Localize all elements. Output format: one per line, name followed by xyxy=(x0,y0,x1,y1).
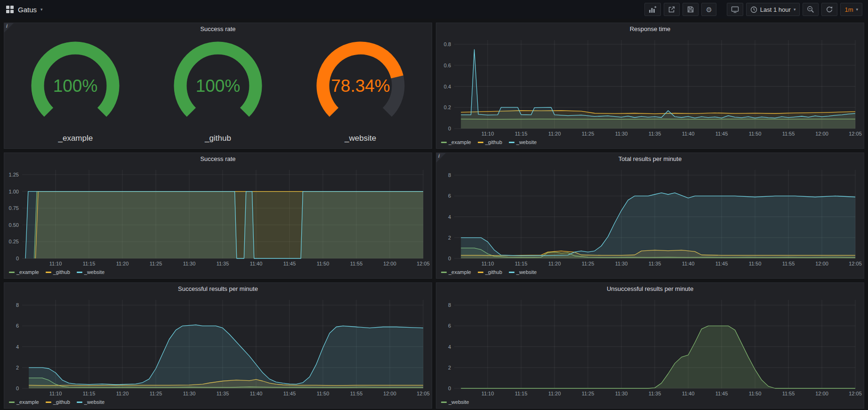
svg-text:11:40: 11:40 xyxy=(682,131,695,137)
svg-text:11:55: 11:55 xyxy=(350,391,363,396)
panel-title[interactable]: Unsuccessful results per minute xyxy=(436,283,864,295)
svg-text:12:05: 12:05 xyxy=(417,261,430,266)
legend-item-website[interactable]: _website xyxy=(509,139,537,145)
svg-text:11:45: 11:45 xyxy=(715,391,728,396)
chart-canvas[interactable]: 11:1011:1511:2011:2511:3011:3511:4011:45… xyxy=(436,295,864,398)
svg-text:11:55: 11:55 xyxy=(782,261,795,266)
legend-swatch xyxy=(478,142,483,143)
dashboard-grid-icon[interactable] xyxy=(6,5,14,14)
legend-item-example[interactable]: _example xyxy=(441,269,471,275)
panel-info-icon[interactable]: i xyxy=(4,23,14,32)
svg-text:11:35: 11:35 xyxy=(649,131,661,137)
add-panel-button[interactable] xyxy=(644,3,661,16)
legend-item-example[interactable]: _example xyxy=(9,399,39,405)
chevron-down-icon: ▾ xyxy=(40,7,43,12)
unsuccessful-results-chart[interactable]: 11:1011:1511:2011:2511:3011:3511:4011:45… xyxy=(436,295,864,398)
legend-swatch xyxy=(46,272,51,273)
legend-item-example[interactable]: _example xyxy=(441,139,471,145)
legend-item-github[interactable]: _github xyxy=(46,399,70,405)
chart-canvas[interactable]: 11:1011:1511:2011:2511:3011:3511:4011:45… xyxy=(4,295,432,398)
legend-swatch xyxy=(9,272,15,273)
chart-canvas[interactable]: 11:1011:1511:2011:2511:3011:3511:4011:45… xyxy=(436,35,864,138)
svg-text:2: 2 xyxy=(448,365,451,370)
svg-text:11:45: 11:45 xyxy=(283,391,296,396)
svg-text:11:20: 11:20 xyxy=(116,391,129,396)
svg-text:0.6: 0.6 xyxy=(444,63,451,68)
refresh-interval-picker[interactable]: 1m ▾ xyxy=(840,3,862,16)
panel-title[interactable]: Total results per minute xyxy=(436,153,864,165)
legend-swatch xyxy=(77,272,82,273)
svg-text:2: 2 xyxy=(16,365,19,370)
svg-text:11:35: 11:35 xyxy=(217,261,229,266)
svg-text:6: 6 xyxy=(448,323,451,329)
svg-text:12:00: 12:00 xyxy=(815,261,828,266)
svg-text:11:45: 11:45 xyxy=(283,261,296,266)
svg-text:11:10: 11:10 xyxy=(482,391,494,396)
dashboard-title[interactable]: Gatus xyxy=(18,6,37,14)
svg-text:0: 0 xyxy=(448,386,451,391)
svg-text:8: 8 xyxy=(448,172,451,178)
total-results-chart[interactable]: 11:1011:1511:2011:2511:3011:3511:4011:45… xyxy=(436,165,864,268)
legend-item-website[interactable]: _website xyxy=(77,269,104,275)
chart-legend: _example_github_website xyxy=(4,398,432,408)
legend-item-website[interactable]: _website xyxy=(509,269,537,275)
chart-legend: _example_github_website xyxy=(436,138,864,148)
legend-item-github[interactable]: _github xyxy=(478,139,502,145)
chevron-down-icon: ▾ xyxy=(794,7,796,12)
svg-text:0: 0 xyxy=(16,386,19,391)
panel-response-time: Response time 11:1011:1511:2011:2511:301… xyxy=(436,23,864,149)
time-range-label: Last 1 hour xyxy=(760,6,791,13)
share-dashboard-button[interactable] xyxy=(664,3,680,16)
success-rate-chart[interactable]: 11:1011:1511:2011:2511:3011:3511:4011:45… xyxy=(4,165,432,268)
zoom-out-icon xyxy=(807,6,814,13)
svg-text:11:10: 11:10 xyxy=(482,261,494,266)
svg-text:4: 4 xyxy=(448,214,451,220)
legend-item-example[interactable]: _example xyxy=(9,269,39,275)
svg-text:11:35: 11:35 xyxy=(649,261,661,266)
panel-total-results: i Total results per minute 11:1011:1511:… xyxy=(436,153,864,279)
navbar: Gatus ▾ ⚙ xyxy=(0,0,868,19)
legend-item-github[interactable]: _github xyxy=(478,269,502,275)
panel-success-rate-timeseries: Success rate 11:1011:1511:2011:2511:3011… xyxy=(4,153,432,279)
time-range-picker[interactable]: Last 1 hour ▾ xyxy=(746,3,800,16)
svg-text:11:10: 11:10 xyxy=(49,261,62,266)
monitor-icon xyxy=(731,6,739,13)
refresh-button[interactable] xyxy=(821,3,837,16)
cycle-view-mode-button[interactable] xyxy=(727,3,743,16)
svg-text:12:05: 12:05 xyxy=(849,391,862,396)
add-panel-icon xyxy=(649,6,657,13)
legend-item-website[interactable]: _website xyxy=(441,399,469,405)
svg-text:11:15: 11:15 xyxy=(83,391,96,396)
svg-text:11:35: 11:35 xyxy=(217,391,229,396)
svg-text:11:30: 11:30 xyxy=(615,391,628,396)
svg-text:0: 0 xyxy=(448,126,451,131)
svg-text:1.00: 1.00 xyxy=(9,189,19,194)
svg-text:0: 0 xyxy=(16,256,19,261)
svg-text:11:40: 11:40 xyxy=(682,391,695,396)
panel-title[interactable]: Successful results per minute xyxy=(4,283,432,295)
panel-title[interactable]: Success rate xyxy=(4,153,432,165)
chart-canvas[interactable]: 11:1011:1511:2011:2511:3011:3511:4011:45… xyxy=(4,165,432,268)
zoom-out-button[interactable] xyxy=(803,3,819,16)
grid-icon xyxy=(6,5,14,14)
svg-text:11:55: 11:55 xyxy=(350,261,363,266)
svg-text:11:45: 11:45 xyxy=(715,261,728,266)
save-dashboard-button[interactable] xyxy=(683,3,699,16)
svg-text:11:40: 11:40 xyxy=(250,261,263,266)
chart-canvas[interactable]: 11:1011:1511:2011:2511:3011:3511:4011:45… xyxy=(436,165,864,268)
legend-swatch xyxy=(509,272,514,273)
successful-results-chart[interactable]: 11:1011:1511:2011:2511:3011:3511:4011:45… xyxy=(4,295,432,398)
dashboard-settings-button[interactable]: ⚙ xyxy=(701,3,716,16)
svg-text:0.4: 0.4 xyxy=(444,84,451,89)
panel-info-icon[interactable]: i xyxy=(436,153,446,162)
response-time-chart[interactable]: 11:1011:1511:2011:2511:3011:3511:4011:45… xyxy=(436,35,864,138)
panel-title[interactable]: Response time xyxy=(436,23,864,35)
legend-item-github[interactable]: _github xyxy=(46,269,70,275)
panel-title[interactable]: Success rate xyxy=(4,23,432,35)
legend-item-website[interactable]: _website xyxy=(77,399,104,405)
legend-swatch xyxy=(441,272,447,273)
svg-text:11:50: 11:50 xyxy=(749,131,762,137)
chart-legend: _example_github_website xyxy=(4,268,432,278)
legend-swatch xyxy=(441,402,447,403)
svg-text:11:15: 11:15 xyxy=(515,391,528,396)
